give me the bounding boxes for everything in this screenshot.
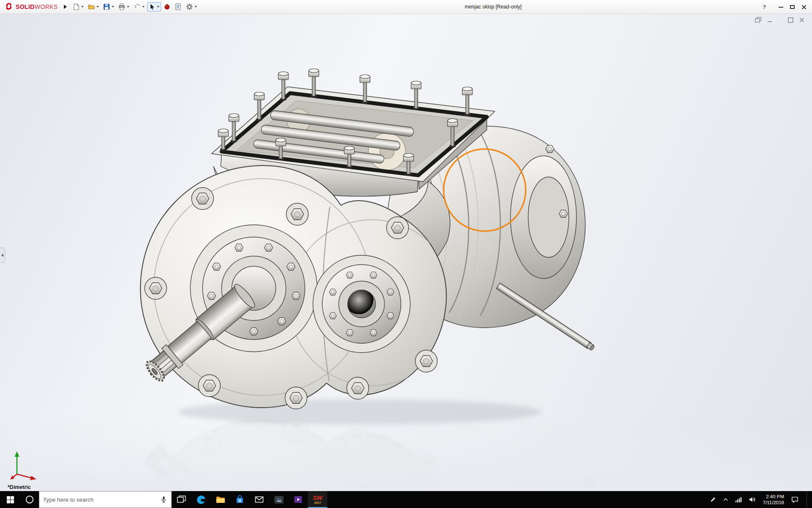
dropdown-caret-icon[interactable] (96, 6, 99, 8)
file-properties-button[interactable] (173, 2, 183, 11)
microphone-icon[interactable] (160, 496, 167, 503)
solidworks-logo: SOLIDWORKS (0, 2, 61, 11)
gearbox-assembly[interactable] (140, 69, 595, 409)
start-button[interactable] (0, 491, 20, 508)
doc-close-button[interactable] (798, 16, 806, 24)
dropdown-caret-icon[interactable] (112, 6, 114, 8)
select-arrow-icon (149, 3, 156, 10)
cortana-button[interactable] (20, 491, 39, 508)
edge-icon (196, 494, 206, 505)
file-properties-icon (174, 3, 182, 11)
help-button[interactable]: ? (759, 2, 770, 12)
logo-wordmark: SOLIDWORKS (16, 3, 58, 10)
edge-button[interactable] (191, 491, 211, 508)
undo-button[interactable] (132, 2, 146, 11)
minimize-icon (767, 17, 772, 22)
solidworks-2017-icon: SW 2017 (313, 495, 323, 504)
dropdown-caret-icon[interactable] (127, 6, 129, 8)
dropdown-caret-icon[interactable] (81, 6, 84, 8)
action-center-button[interactable] (791, 496, 798, 503)
close-button[interactable] (798, 2, 809, 12)
save-floppy-icon (103, 3, 110, 11)
cascade-icon (755, 17, 762, 23)
store-icon (235, 494, 245, 505)
view-orientation-label: *Dimetric (8, 484, 31, 490)
volume-icon (749, 496, 756, 503)
select-tool-button[interactable] (147, 2, 161, 11)
action-center-icon (791, 496, 798, 503)
taskbar-search[interactable] (39, 491, 172, 508)
print-icon (118, 3, 126, 11)
featuremanager-collapsed-tab[interactable] (0, 248, 5, 263)
save-button[interactable] (102, 2, 115, 11)
clock-time: 2:40 PM (763, 494, 784, 500)
windows-logo-icon (7, 496, 14, 503)
print-button[interactable] (117, 2, 131, 11)
mail-button[interactable] (250, 491, 269, 508)
open-folder-icon (88, 3, 95, 11)
search-input[interactable] (43, 497, 156, 503)
show-desktop-button[interactable] (807, 491, 809, 508)
file-explorer-button[interactable] (211, 491, 230, 508)
menu-flyout-arrow-icon[interactable] (64, 5, 67, 9)
new-document-icon (72, 3, 80, 11)
restore-icon (788, 17, 793, 23)
rebuild-button[interactable] (162, 3, 172, 11)
network-button[interactable] (735, 496, 742, 503)
open-button[interactable] (86, 2, 100, 11)
solidworks-taskbar-button[interactable]: SW 2017 (308, 491, 327, 508)
network-icon (735, 496, 742, 503)
close-icon (801, 5, 807, 10)
photos-icon (274, 494, 284, 505)
solidworks-window: SOLIDWORKS (0, 0, 812, 508)
dropdown-caret-icon[interactable] (157, 6, 159, 8)
dropdown-caret-icon[interactable] (195, 6, 197, 8)
movies-tv-icon (293, 494, 303, 505)
doc-minimize-button[interactable] (765, 16, 774, 24)
cortana-circle-icon (25, 495, 34, 504)
movies-tv-button[interactable] (288, 491, 308, 508)
chevron-left-icon (1, 254, 3, 257)
window-controls: ? (759, 0, 809, 14)
titlebar: SOLIDWORKS (0, 0, 812, 14)
document-window-controls (754, 16, 806, 24)
tray-overflow-button[interactable] (723, 497, 729, 502)
taskbar-clock[interactable]: 2:40 PM 7/11/2018 (762, 494, 785, 505)
close-icon (799, 17, 804, 22)
dropdown-caret-icon[interactable] (142, 6, 145, 8)
ds-logo-icon (4, 2, 14, 11)
chevron-up-icon (723, 497, 729, 502)
maximize-button[interactable] (787, 2, 798, 12)
file-explorer-icon (215, 494, 226, 505)
windows-taskbar: SW 2017 2:40 PM 7/11/2018 (0, 491, 812, 508)
red-sphere-icon (164, 3, 170, 10)
orientation-triad (9, 448, 41, 482)
system-tray: 2:40 PM 7/11/2018 (706, 491, 812, 508)
quick-access-toolbar (71, 2, 198, 11)
photos-button[interactable] (269, 491, 288, 508)
minimize-button[interactable] (775, 2, 787, 12)
options-button[interactable] (184, 2, 198, 11)
graphics-area[interactable]: *Dimetric (0, 14, 812, 491)
doc-restore-button[interactable] (786, 16, 795, 24)
mail-icon (254, 494, 264, 505)
pen-icon (710, 496, 716, 503)
gearbox-3d-model[interactable] (0, 14, 812, 491)
doc-cascade-button[interactable] (754, 16, 763, 24)
task-view-button[interactable] (172, 491, 191, 508)
clock-date: 7/11/2018 (763, 500, 784, 505)
undo-icon (133, 3, 141, 11)
pen-button[interactable] (710, 496, 716, 503)
task-view-icon (177, 495, 186, 504)
document-title: menjac sklop [Read-only] (465, 4, 522, 10)
volume-button[interactable] (749, 496, 756, 503)
new-document-button[interactable] (71, 2, 85, 11)
reflection-fade (0, 420, 812, 491)
store-button[interactable] (230, 491, 250, 508)
options-gear-icon (186, 3, 193, 11)
